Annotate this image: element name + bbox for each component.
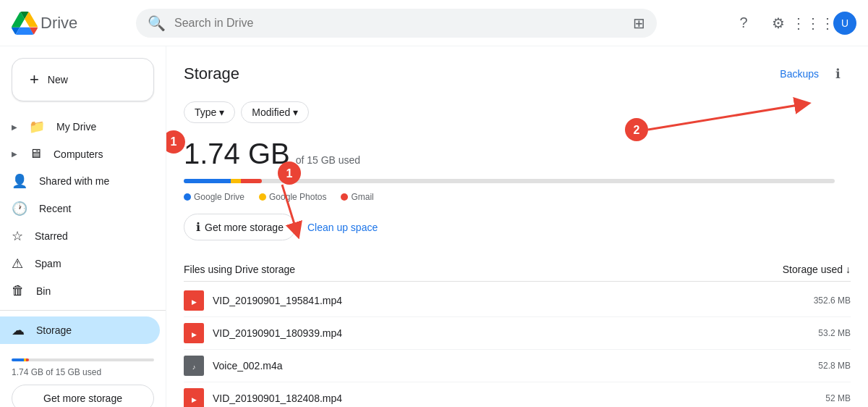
sidebar-item-spam[interactable]: ⚠ Spam xyxy=(0,250,160,277)
gmail-dot xyxy=(341,193,348,201)
main-layout: + New ▶ 📁 My Drive ▶ 🖥 Computers 👤 Share… xyxy=(0,46,868,407)
storage-text: 1.74 GB of 15 GB used xyxy=(12,367,154,377)
main-content: Storage Backups ℹ Type ▾ Modified ▾ xyxy=(166,46,868,407)
gmail-legend-label: Gmail xyxy=(351,192,373,202)
get-more-storage-label: Get more storage xyxy=(205,222,284,233)
app-name: Drive xyxy=(41,14,77,33)
sidebar-item-label: Storage xyxy=(36,324,72,336)
bin-icon: 🗑 xyxy=(12,283,25,298)
sort-label: Storage used xyxy=(783,264,843,275)
storage-bar-main xyxy=(184,179,835,183)
table-row[interactable]: ▶ VID_20190901_182408.mp4 52 MB xyxy=(184,382,851,407)
apps-button[interactable]: ⋮⋮⋮ xyxy=(799,9,827,38)
storage-amount: 1.74 GB xyxy=(184,138,290,169)
modified-filter-label: Modified xyxy=(252,106,290,118)
google-photos-dot xyxy=(259,193,266,201)
sidebar-item-label: Spam xyxy=(35,258,61,269)
storage-bar-main-fill xyxy=(184,179,262,183)
starred-icon: ☆ xyxy=(12,228,23,244)
svg-text:2: 2 xyxy=(634,124,640,136)
my-drive-icon: 📁 xyxy=(29,119,45,135)
annotation-badge-1: 1 xyxy=(166,130,185,154)
plus-icon: + xyxy=(30,70,39,89)
type-filter-button[interactable]: Type ▾ xyxy=(184,101,235,123)
clean-up-button[interactable]: Clean up space xyxy=(305,214,380,240)
sidebar-item-label: Shared with me xyxy=(39,175,109,187)
expand-icon-computers: ▶ xyxy=(12,150,17,158)
recent-icon: 🕐 xyxy=(12,201,27,217)
file-size: 52.8 MB xyxy=(793,361,851,371)
table-row[interactable]: ▶ VID_20190901_180939.mp4 53.2 MB xyxy=(184,317,851,350)
svg-text:▶: ▶ xyxy=(192,331,197,338)
search-filter-icon[interactable]: ⊞ xyxy=(633,14,645,32)
search-bar[interactable]: 🔍 ⊞ xyxy=(136,9,657,38)
file-icon-video: ▶ xyxy=(184,290,204,311)
sidebar-item-label: Computers xyxy=(54,148,103,160)
annotation-1: 1 xyxy=(166,130,185,154)
file-size: 53.2 MB xyxy=(793,328,851,338)
storage-icon: ☁ xyxy=(12,322,25,338)
file-name: VID_20190901_195841.mp4 xyxy=(213,295,793,306)
type-filter-label: Type xyxy=(195,106,216,118)
page-header: Storage Backups ℹ xyxy=(184,61,851,87)
filter-row: Type ▾ Modified ▾ xyxy=(184,101,851,123)
google-photos-legend-label: Google Photos xyxy=(269,192,326,202)
storage-actions: ℹ Get more storage Clean up space xyxy=(184,214,851,240)
file-size: 352.6 MB xyxy=(793,295,851,306)
svg-text:▶: ▶ xyxy=(192,298,197,306)
sidebar-item-recent[interactable]: 🕐 Recent xyxy=(0,195,160,222)
file-name: VID_20190901_180939.mp4 xyxy=(213,327,793,339)
google-drive-logo xyxy=(12,10,38,36)
info-button[interactable]: ℹ xyxy=(825,61,851,87)
search-icon: 🔍 xyxy=(148,14,166,32)
computers-icon: 🖥 xyxy=(29,146,42,161)
sidebar-item-label: Bin xyxy=(36,285,51,297)
shared-icon: 👤 xyxy=(12,173,27,189)
search-input[interactable] xyxy=(174,17,624,30)
sidebar-item-storage[interactable]: ☁ Storage xyxy=(0,316,160,344)
file-icon-audio: ♪ xyxy=(184,356,204,376)
legend-gmail: Gmail xyxy=(341,192,373,202)
storage-bar-background xyxy=(12,358,154,361)
settings-button[interactable]: ⚙ xyxy=(764,9,793,38)
modified-filter-button[interactable]: Modified ▾ xyxy=(241,101,309,123)
storage-legend: Google Drive Google Photos Gmail xyxy=(184,192,851,202)
sidebar-item-my-drive[interactable]: ▶ 📁 My Drive xyxy=(0,113,160,140)
expand-icon: ▶ xyxy=(12,123,17,131)
type-filter-chevron: ▾ xyxy=(219,106,224,118)
storage-bar-fill xyxy=(12,358,29,361)
sidebar-item-bin[interactable]: 🗑 Bin xyxy=(0,277,160,304)
file-icon-video: ▶ xyxy=(184,388,204,407)
table-row[interactable]: ▶ VID_20190901_195841.mp4 352.6 MB xyxy=(184,285,851,317)
files-sort-button[interactable]: Storage used ↓ xyxy=(783,264,851,275)
new-button-label: New xyxy=(48,74,68,85)
new-button[interactable]: + New xyxy=(12,58,154,101)
logo-area: Drive xyxy=(12,10,127,36)
get-more-storage-icon: ℹ xyxy=(196,220,200,234)
svg-text:♪: ♪ xyxy=(192,364,196,371)
file-icon-video: ▶ xyxy=(184,323,204,343)
page-title: Storage xyxy=(184,64,239,83)
file-name: VID_20190901_182408.mp4 xyxy=(213,393,793,404)
user-avatar[interactable]: U xyxy=(833,12,856,35)
get-more-storage-sidebar-button[interactable]: Get more storage xyxy=(12,385,154,407)
topbar-actions: ? ⚙ ⋮⋮⋮ U xyxy=(729,9,856,38)
sidebar-item-starred[interactable]: ☆ Starred xyxy=(0,222,160,250)
files-section: Files using Drive storage Storage used ↓… xyxy=(184,258,851,407)
header-actions: Backups ℹ xyxy=(780,61,851,87)
sidebar-item-label: Starred xyxy=(35,230,68,242)
get-more-storage-main-button[interactable]: ℹ Get more storage xyxy=(184,214,296,240)
storage-used-section: 1 1.74 GB of 15 GB used Google Drive Goo… xyxy=(184,138,851,240)
sidebar-item-label: My Drive xyxy=(56,121,96,133)
files-header-title: Files using Drive storage xyxy=(184,264,295,275)
table-row[interactable]: ♪ Voice_002.m4a 52.8 MB xyxy=(184,350,851,382)
sidebar-item-shared[interactable]: 👤 Shared with me xyxy=(0,167,160,195)
sidebar-item-computers[interactable]: ▶ 🖥 Computers xyxy=(0,140,160,167)
help-button[interactable]: ? xyxy=(729,9,758,38)
backups-link[interactable]: Backups xyxy=(780,68,819,80)
storage-of-text: of 15 GB used xyxy=(296,154,361,166)
storage-section: 1.74 GB of 15 GB used Get more storage xyxy=(0,344,166,407)
sidebar: + New ▶ 📁 My Drive ▶ 🖥 Computers 👤 Share… xyxy=(0,46,166,407)
storage-amount-display: 1.74 GB of 15 GB used xyxy=(184,138,851,170)
sidebar-item-label: Recent xyxy=(39,203,71,214)
